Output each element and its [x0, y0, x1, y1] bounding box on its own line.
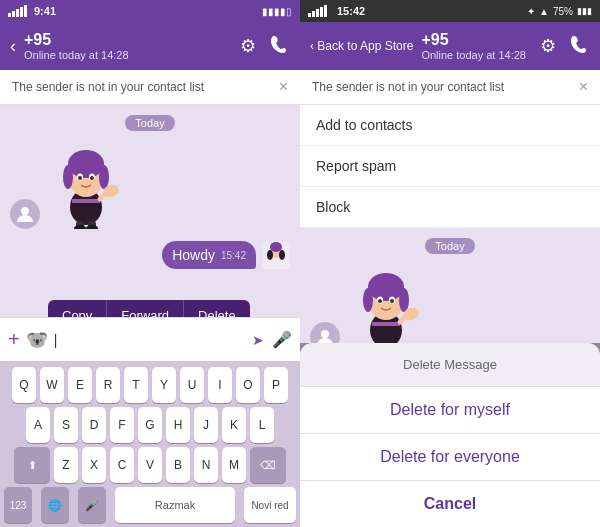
bluetooth-icon: ✦ — [527, 6, 535, 17]
right-sticker-svg — [346, 262, 426, 352]
forward-button[interactable]: Forward — [107, 300, 184, 317]
delete-for-myself-button[interactable]: Delete for myself — [300, 387, 600, 434]
message-input[interactable] — [54, 332, 246, 348]
key-p[interactable]: P — [264, 367, 288, 403]
key-q[interactable]: Q — [12, 367, 36, 403]
delete-for-everyone-button[interactable]: Delete for everyone — [300, 434, 600, 481]
sticker-image — [46, 139, 126, 229]
key-k[interactable]: K — [222, 407, 246, 443]
svg-point-6 — [99, 165, 109, 189]
key-l[interactable]: L — [250, 407, 274, 443]
delete-button[interactable]: Delete — [184, 300, 250, 317]
svg-rect-2 — [72, 199, 100, 203]
key-w[interactable]: W — [40, 367, 64, 403]
add-contacts-item[interactable]: Add to contacts — [300, 105, 600, 146]
key-y[interactable]: Y — [152, 367, 176, 403]
key-mic[interactable]: 🎤 — [78, 487, 106, 523]
key-i[interactable]: I — [208, 367, 232, 403]
key-c[interactable]: C — [110, 447, 134, 483]
header-info: +95 Online today at 14:28 — [24, 31, 232, 61]
key-d[interactable]: D — [82, 407, 106, 443]
key-numbers[interactable]: 123 — [4, 487, 32, 523]
back-button[interactable]: ‹ — [10, 36, 16, 57]
right-status-right: ✦ ▲ 75% ▮▮▮ — [527, 6, 592, 17]
warning-close-button[interactable]: × — [279, 78, 288, 96]
delete-dialog-box: Delete Message Delete for myself Delete … — [300, 343, 600, 527]
right-signal-bars — [308, 5, 327, 17]
keyboard-bottom-row: 123 🌐 🎤 Razmak Novi red — [4, 487, 296, 523]
svg-point-24 — [368, 273, 404, 301]
right-warning-close[interactable]: × — [579, 78, 588, 96]
key-globe[interactable]: 🌐 — [41, 487, 69, 523]
key-return[interactable]: Novi red — [244, 487, 296, 523]
message-time: 15:42 — [221, 250, 246, 261]
left-status-left: 9:41 — [8, 5, 56, 17]
right-header-icons: ⚙ — [540, 34, 590, 59]
right-chat-area: Today — [300, 228, 600, 527]
signal-bar-3 — [16, 9, 19, 17]
emoji-icon[interactable]: 🐨 — [26, 329, 48, 351]
svg-point-25 — [363, 288, 373, 312]
key-n[interactable]: N — [194, 447, 218, 483]
block-item[interactable]: Block — [300, 187, 600, 227]
key-z[interactable]: Z — [54, 447, 78, 483]
key-j[interactable]: J — [194, 407, 218, 443]
svg-point-20 — [321, 330, 329, 338]
svg-rect-22 — [372, 322, 400, 326]
rsb-3 — [316, 9, 319, 17]
battery-icon: ▮▮▮▮▯ — [262, 6, 292, 17]
signal-bar-1 — [8, 13, 11, 17]
key-a[interactable]: A — [26, 407, 50, 443]
key-e[interactable]: E — [68, 367, 92, 403]
keyboard: Q W E R T Y U I O P A S D F G H J K L ⬆ … — [0, 361, 300, 527]
right-chat-header: ‹ Back to App Store +95 Online today at … — [300, 22, 600, 70]
right-settings-icon[interactable]: ⚙ — [540, 35, 556, 57]
contact-status: Online today at 14:28 — [24, 49, 232, 61]
plus-icon[interactable]: + — [8, 328, 20, 351]
sticker-thumbnail — [262, 241, 290, 269]
svg-point-17 — [270, 242, 282, 252]
svg-point-18 — [267, 250, 273, 260]
key-backspace[interactable]: ⌫ — [250, 447, 286, 483]
right-status-left: 15:42 — [308, 5, 365, 17]
context-menu: Copy Forward Delete — [48, 300, 250, 317]
call-icon[interactable] — [270, 34, 290, 59]
key-o[interactable]: O — [236, 367, 260, 403]
delete-dialog-title: Delete Message — [300, 343, 600, 387]
wifi-icon: ▲ — [539, 6, 549, 17]
warning-text: The sender is not in your contact list — [12, 80, 204, 94]
right-call-icon[interactable] — [570, 34, 590, 59]
cancel-delete-button[interactable]: Cancel — [300, 481, 600, 527]
svg-point-0 — [21, 207, 29, 215]
key-x[interactable]: X — [82, 447, 106, 483]
app-store-back-button[interactable]: ‹ Back to App Store — [310, 39, 413, 53]
right-contact-name: +95 — [421, 31, 532, 49]
key-t[interactable]: T — [124, 367, 148, 403]
report-spam-item[interactable]: Report spam — [300, 146, 600, 187]
key-v[interactable]: V — [138, 447, 162, 483]
svg-point-19 — [279, 250, 285, 260]
send-icon[interactable]: ➤ — [252, 332, 264, 348]
svg-point-5 — [63, 165, 73, 189]
key-space[interactable]: Razmak — [115, 487, 235, 523]
copy-button[interactable]: Copy — [48, 300, 107, 317]
key-s[interactable]: S — [54, 407, 78, 443]
date-badge: Today — [0, 115, 300, 131]
key-f[interactable]: F — [110, 407, 134, 443]
key-m[interactable]: M — [222, 447, 246, 483]
key-b[interactable]: B — [166, 447, 190, 483]
key-shift[interactable]: ⬆ — [14, 447, 50, 483]
keyboard-row-3: ⬆ Z X C V B N M ⌫ — [4, 447, 296, 483]
key-u[interactable]: U — [180, 367, 204, 403]
key-h[interactable]: H — [166, 407, 190, 443]
svg-point-30 — [390, 299, 394, 303]
key-g[interactable]: G — [138, 407, 162, 443]
signal-bar-4 — [20, 7, 23, 17]
keyboard-row-1: Q W E R T Y U I O P — [4, 367, 296, 403]
rsb-4 — [320, 7, 323, 17]
microphone-icon[interactable]: 🎤 — [272, 330, 292, 349]
settings-icon[interactable]: ⚙ — [240, 35, 256, 57]
key-r[interactable]: R — [96, 367, 120, 403]
right-contact-status: Online today at 14:28 — [421, 49, 532, 61]
svg-point-9 — [78, 176, 82, 180]
